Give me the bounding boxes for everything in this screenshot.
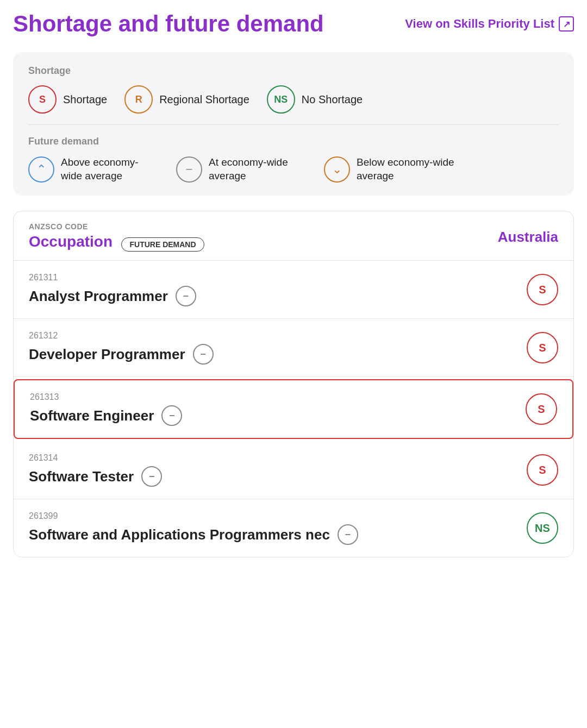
shortage-badge-r: R — [124, 85, 153, 114]
shortage-label: Shortage — [63, 93, 107, 106]
occupation-col-label: Occupation — [29, 233, 113, 250]
page-title: Shortage and future demand — [13, 11, 324, 37]
table-header: ANZSCO CODE Occupation FUTURE DEMAND Aus… — [14, 211, 573, 261]
at-average-icon: − — [176, 156, 202, 183]
row-code: 261313 — [30, 392, 182, 402]
row-code: 261314 — [29, 453, 162, 463]
anzsco-code-label: ANZSCO CODE — [29, 222, 204, 231]
row-occupation: Analyst Programmer − — [29, 286, 196, 306]
row-occupation: Software Tester − — [29, 466, 162, 487]
shortage-indicator: S — [527, 454, 558, 486]
external-link-icon: ↗ — [559, 16, 574, 32]
shortage-badge-ns: NS — [267, 85, 295, 114]
future-demand-section-title: Future demand — [28, 136, 559, 147]
occupation-header-row: Occupation FUTURE DEMAND — [29, 233, 204, 252]
occupation-name: Software Engineer — [30, 407, 154, 424]
row-left: 261314 Software Tester − — [29, 453, 162, 487]
row-left: 261399 Software and Applications Program… — [29, 511, 358, 545]
no-shortage-label: No Shortage — [302, 93, 363, 106]
demand-icon: − — [338, 524, 358, 545]
row-occupation: Software Engineer − — [30, 405, 182, 426]
row-left: 261313 Software Engineer − — [30, 392, 182, 426]
legend-item-no-shortage: NS No Shortage — [267, 85, 363, 114]
future-demand-badge: FUTURE DEMAND — [121, 237, 204, 252]
shortage-legend-row: S Shortage R Regional Shortage NS No Sho… — [28, 85, 559, 114]
legend-card: Shortage S Shortage R Regional Shortage … — [13, 52, 574, 196]
shortage-indicator: S — [526, 393, 557, 425]
legend-item-regional: R Regional Shortage — [124, 85, 249, 114]
shortage-indicator: S — [527, 274, 558, 305]
demand-icon: − — [141, 466, 162, 487]
row-left: 261312 Developer Programmer − — [29, 331, 214, 365]
above-average-icon: ⌃ — [28, 156, 54, 183]
row-left: 261311 Analyst Programmer − — [29, 273, 196, 306]
table-rows-container: 261311 Analyst Programmer − S 261312 Dev… — [14, 261, 573, 557]
row-occupation: Software and Applications Programmers ne… — [29, 524, 358, 545]
table-row[interactable]: 261311 Analyst Programmer − S — [14, 261, 573, 319]
legend-item-at: − At economy-wide average — [176, 156, 307, 183]
future-demand-legend-row: ⌃ Above economy-wide average − At econom… — [28, 156, 559, 183]
occupation-name: Software and Applications Programmers ne… — [29, 526, 330, 543]
legend-item-shortage: S Shortage — [28, 85, 107, 114]
legend-item-above: ⌃ Above economy-wide average — [28, 156, 159, 183]
below-average-label: Below economy-wide average — [357, 156, 454, 183]
row-code: 261312 — [29, 331, 214, 341]
row-code: 261399 — [29, 511, 358, 521]
row-code: 261311 — [29, 273, 196, 283]
view-link-label: View on Skills Priority List — [405, 17, 554, 31]
legend-divider — [28, 124, 559, 125]
table-row[interactable]: 261313 Software Engineer − S — [14, 379, 573, 439]
at-average-label: At economy-wide average — [209, 156, 307, 183]
shortage-badge-s: S — [28, 85, 57, 114]
table-header-left: ANZSCO CODE Occupation FUTURE DEMAND — [29, 222, 204, 252]
shortage-indicator: S — [527, 332, 558, 363]
above-average-label: Above economy-wide average — [61, 156, 159, 183]
demand-icon: − — [176, 286, 196, 306]
row-occupation: Developer Programmer − — [29, 344, 214, 365]
regional-shortage-label: Regional Shortage — [159, 93, 249, 106]
table-row[interactable]: 261399 Software and Applications Program… — [14, 499, 573, 557]
occupation-name: Analyst Programmer — [29, 288, 168, 305]
shortage-section-title: Shortage — [28, 65, 559, 77]
view-on-skills-priority-list-link[interactable]: View on Skills Priority List ↗ — [405, 16, 574, 32]
demand-icon: − — [161, 405, 182, 426]
shortage-indicator: NS — [527, 512, 558, 544]
australia-col-label: Australia — [498, 229, 558, 246]
occupation-table: ANZSCO CODE Occupation FUTURE DEMAND Aus… — [13, 211, 574, 557]
table-row[interactable]: 261314 Software Tester − S — [14, 441, 573, 499]
below-average-icon: ⌄ — [324, 156, 350, 183]
occupation-name: Developer Programmer — [29, 346, 185, 363]
page-header: Shortage and future demand View on Skill… — [13, 11, 574, 37]
occupation-name: Software Tester — [29, 468, 134, 485]
demand-icon: − — [193, 344, 214, 365]
table-row[interactable]: 261312 Developer Programmer − S — [14, 319, 573, 377]
legend-item-below: ⌄ Below economy-wide average — [324, 156, 454, 183]
